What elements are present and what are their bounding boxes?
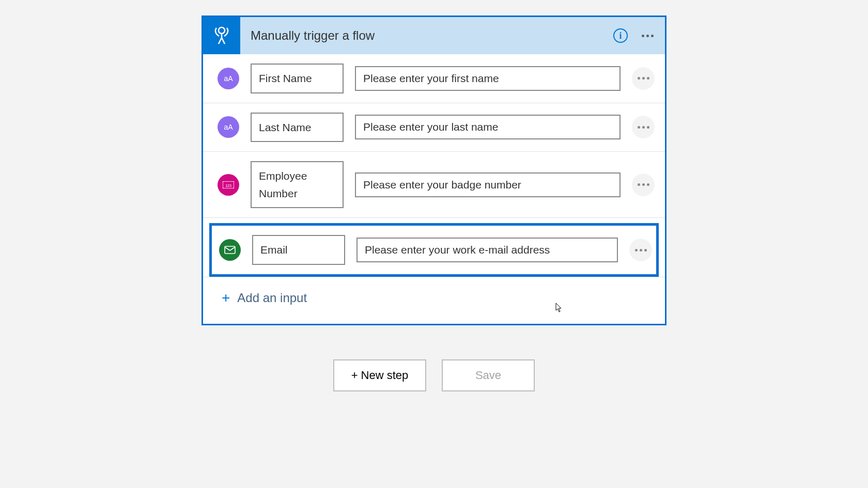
param-row-employee-number: 123 Employee Number Please enter your ba… xyxy=(203,152,665,218)
ellipsis-icon xyxy=(638,183,649,186)
param-more-button[interactable] xyxy=(632,116,655,138)
param-more-button[interactable] xyxy=(632,174,655,196)
param-description-input[interactable]: Please enter your work e-mail address xyxy=(357,238,618,262)
new-step-button[interactable]: + New step xyxy=(333,359,426,391)
ellipsis-icon xyxy=(642,35,654,37)
card-header: Manually trigger a flow i xyxy=(203,17,665,54)
param-name-input[interactable]: Email xyxy=(252,235,345,265)
svg-rect-3 xyxy=(225,246,235,254)
card-body: aA First Name Please enter your first na… xyxy=(203,54,665,324)
param-row-email: Email Please enter your work e-mail addr… xyxy=(209,223,659,277)
text-type-icon: aA xyxy=(218,68,239,89)
number-type-icon: 123 xyxy=(218,174,239,196)
ellipsis-icon xyxy=(635,249,647,251)
card-title: Manually trigger a flow xyxy=(240,28,603,43)
manual-trigger-icon xyxy=(203,17,240,54)
info-icon: i xyxy=(613,28,628,43)
ellipsis-icon xyxy=(638,126,649,129)
svg-text:123: 123 xyxy=(225,183,231,187)
text-type-icon: aA xyxy=(218,116,239,138)
param-description-input[interactable]: Please enter your badge number xyxy=(355,172,621,197)
trigger-card: Manually trigger a flow i aA First Name … xyxy=(202,15,667,325)
param-name-input[interactable]: Last Name xyxy=(251,113,344,143)
param-more-button[interactable] xyxy=(629,239,652,261)
param-row-last-name: aA Last Name Please enter your last name xyxy=(203,103,665,152)
ellipsis-icon xyxy=(638,77,649,80)
param-description-input[interactable]: Please enter your first name xyxy=(355,66,621,91)
param-name-input[interactable]: Employee Number xyxy=(251,161,344,208)
param-name-input[interactable]: First Name xyxy=(251,64,344,93)
param-row-first-name: aA First Name Please enter your first na… xyxy=(203,54,665,103)
card-more-button[interactable] xyxy=(638,26,657,45)
add-input-button[interactable]: + Add an input xyxy=(203,277,665,324)
param-more-button[interactable] xyxy=(632,67,655,90)
info-button[interactable]: i xyxy=(611,26,630,45)
param-description-input[interactable]: Please enter your last name xyxy=(355,115,621,139)
svg-point-0 xyxy=(219,27,225,34)
plus-icon: + xyxy=(222,291,230,305)
add-input-label: Add an input xyxy=(237,291,307,305)
email-type-icon xyxy=(219,239,241,261)
save-button[interactable]: Save xyxy=(442,359,535,391)
